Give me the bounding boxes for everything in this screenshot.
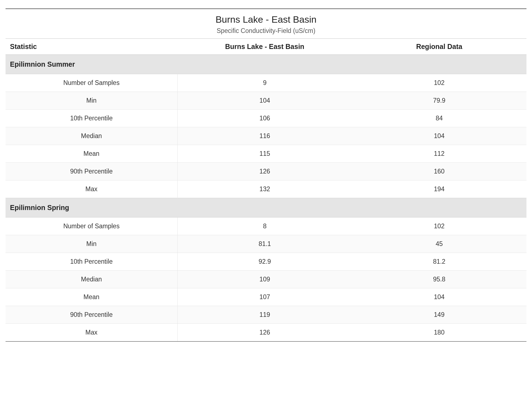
table-row: 90th Percentile119149 [6, 306, 526, 324]
stats-table-container: Burns Lake - East Basin Specific Conduct… [6, 8, 526, 342]
site-value-cell: 104 [177, 92, 352, 110]
regional-value-cell: 102 [352, 74, 526, 92]
site-value-cell: 126 [177, 163, 352, 180]
stat-name-cell: Mean [6, 288, 177, 306]
site-value-cell: 115 [177, 145, 352, 163]
stat-name-cell: Number of Samples [6, 217, 177, 235]
site-value-cell: 107 [177, 288, 352, 306]
regional-value-cell: 160 [352, 163, 526, 180]
stat-name-cell: Min [6, 235, 177, 253]
stat-name-cell: 90th Percentile [6, 163, 177, 180]
regional-value-cell: 104 [352, 127, 526, 145]
col-header-site: Burns Lake - East Basin [177, 39, 352, 55]
stat-name-cell: Mean [6, 145, 177, 163]
stat-name-cell: Median [6, 127, 177, 145]
table-row: Median10995.8 [6, 271, 526, 288]
table-row: Max126180 [6, 324, 526, 342]
table-row: 90th Percentile126160 [6, 163, 526, 180]
regional-value-cell: 95.8 [352, 271, 526, 288]
group-header: Epilimnion Spring [6, 198, 526, 217]
table-row: Mean107104 [6, 288, 526, 306]
regional-value-cell: 81.2 [352, 253, 526, 271]
site-value-cell: 132 [177, 180, 352, 198]
regional-value-cell: 104 [352, 288, 526, 306]
stat-name-cell: Median [6, 271, 177, 288]
site-value-cell: 81.1 [177, 235, 352, 253]
group-header-row: Epilimnion Spring [6, 198, 526, 217]
table-row: Max132194 [6, 180, 526, 198]
regional-value-cell: 102 [352, 217, 526, 235]
table-row: Number of Samples9102 [6, 74, 526, 92]
regional-value-cell: 194 [352, 180, 526, 198]
regional-value-cell: 45 [352, 235, 526, 253]
table-subtitle: Specific Conductivity-Field (uS/cm) [6, 25, 526, 39]
stat-name-cell: 90th Percentile [6, 306, 177, 324]
table-subtitle-row: Specific Conductivity-Field (uS/cm) [6, 25, 526, 39]
site-value-cell: 119 [177, 306, 352, 324]
regional-value-cell: 84 [352, 110, 526, 127]
site-value-cell: 116 [177, 127, 352, 145]
stats-table: Burns Lake - East Basin Specific Conduct… [6, 8, 526, 342]
site-value-cell: 8 [177, 217, 352, 235]
group-header-row: Epilimnion Summer [6, 55, 526, 74]
regional-value-cell: 149 [352, 306, 526, 324]
stat-name-cell: Min [6, 92, 177, 110]
stat-name-cell: 10th Percentile [6, 110, 177, 127]
stat-name-cell: Number of Samples [6, 74, 177, 92]
regional-value-cell: 79.9 [352, 92, 526, 110]
regional-value-cell: 112 [352, 145, 526, 163]
stat-name-cell: 10th Percentile [6, 253, 177, 271]
stat-name-cell: Max [6, 180, 177, 198]
group-header: Epilimnion Summer [6, 55, 526, 74]
table-title-row: Burns Lake - East Basin [6, 9, 526, 25]
site-value-cell: 126 [177, 324, 352, 342]
table-row: Min81.145 [6, 235, 526, 253]
table-row: Median116104 [6, 127, 526, 145]
table-title: Burns Lake - East Basin [6, 9, 526, 25]
stat-name-cell: Max [6, 324, 177, 342]
site-value-cell: 9 [177, 74, 352, 92]
table-row: Number of Samples8102 [6, 217, 526, 235]
site-value-cell: 109 [177, 271, 352, 288]
table-row: 10th Percentile10684 [6, 110, 526, 127]
table-row: Mean115112 [6, 145, 526, 163]
col-header-regional: Regional Data [352, 39, 526, 55]
regional-value-cell: 180 [352, 324, 526, 342]
column-header-row: Statistic Burns Lake - East Basin Region… [6, 39, 526, 55]
col-header-statistic: Statistic [6, 39, 177, 55]
site-value-cell: 106 [177, 110, 352, 127]
table-row: Min10479.9 [6, 92, 526, 110]
site-value-cell: 92.9 [177, 253, 352, 271]
table-row: 10th Percentile92.981.2 [6, 253, 526, 271]
